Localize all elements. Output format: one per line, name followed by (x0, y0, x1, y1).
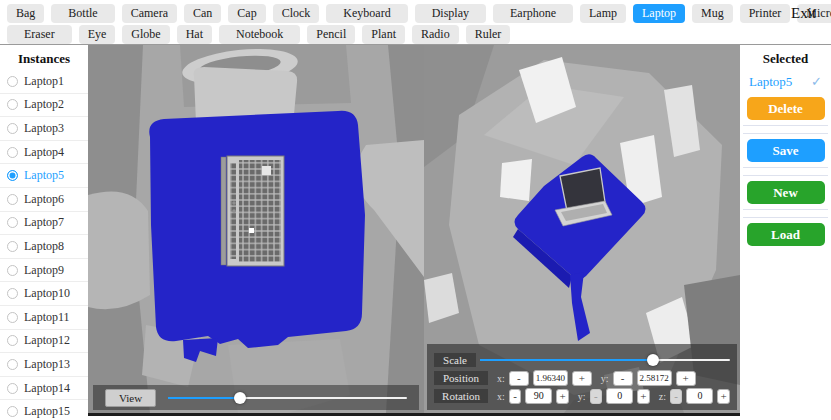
instance-laptop5[interactable]: Laptop5 (0, 164, 88, 188)
category-clock[interactable]: Clock (273, 4, 320, 23)
position-y-minus-button[interactable]: - (613, 371, 633, 386)
instances-panel: Instances Laptop1 Laptop2 Laptop3 Laptop… (0, 45, 88, 420)
scale-slider-fill (480, 359, 653, 361)
scene-topdown (88, 45, 424, 413)
scale-slider-thumb[interactable] (647, 354, 659, 366)
view-button[interactable]: View (105, 389, 156, 407)
category-bar: Bag Bottle Camera Can Cap Clock Keyboard… (0, 0, 831, 45)
category-printer[interactable]: Printer (740, 4, 791, 23)
position-y-axis-label: y: (601, 373, 609, 384)
category-laptop[interactable]: Laptop (633, 4, 685, 23)
view-bar: View (93, 385, 419, 410)
radio-icon (7, 312, 18, 323)
selected-instance-row[interactable]: Laptop5 ✓ (740, 74, 831, 90)
radio-icon (7, 383, 18, 394)
rotation-z-value[interactable]: 0 (686, 388, 713, 404)
keyboard-model (221, 156, 284, 266)
radio-icon (7, 288, 18, 299)
category-hat[interactable]: Hat (177, 25, 212, 44)
category-ruler[interactable]: Ruler (466, 25, 511, 44)
category-bag[interactable]: Bag (7, 4, 44, 23)
selected-title: Selected (740, 45, 831, 70)
radio-icon (7, 217, 18, 228)
category-display[interactable]: Display (415, 4, 486, 23)
instance-laptop9[interactable]: Laptop9 (0, 259, 88, 283)
scale-slider[interactable] (480, 354, 730, 367)
transform-controls-panel: Scale Position x: - 1.96340 + y: - 2.581… (427, 344, 737, 410)
instance-laptop6[interactable]: Laptop6 (0, 188, 88, 212)
rotation-x-minus-button[interactable]: - (509, 389, 522, 404)
category-row-2: Eraser Eye Globe Hat Notebook Pencil Pla… (7, 25, 510, 44)
view-slider-fill (168, 397, 240, 399)
delete-button[interactable]: Delete (747, 97, 825, 120)
divider (743, 125, 828, 134)
category-camera[interactable]: Camera (122, 4, 177, 23)
category-eraser[interactable]: Eraser (7, 25, 72, 44)
instance-laptop10[interactable]: Laptop10 (0, 282, 88, 306)
new-button[interactable]: New (747, 181, 825, 204)
rotation-z-minus-button[interactable]: - (670, 389, 683, 404)
category-plant[interactable]: Plant (362, 25, 405, 44)
rotation-z-plus-button[interactable]: + (717, 389, 730, 404)
position-row: Position x: - 1.96340 + y: - 2.58172 + (434, 370, 730, 386)
radio-icon (7, 265, 18, 276)
instance-laptop4[interactable]: Laptop4 (0, 141, 88, 165)
rotation-x-plus-button[interactable]: + (556, 389, 569, 404)
instance-laptop12[interactable]: Laptop12 (0, 330, 88, 354)
category-pencil[interactable]: Pencil (307, 25, 355, 44)
divider (743, 167, 828, 176)
rotation-x-value[interactable]: 90 (525, 388, 552, 404)
load-button[interactable]: Load (747, 223, 825, 246)
instance-laptop8[interactable]: Laptop8 (0, 235, 88, 259)
category-keyboard[interactable]: Keyboard (326, 4, 407, 23)
viewport-perspective-3d-canvas[interactable]: Scale Position x: - 1.96340 + y: - 2.581… (424, 45, 740, 416)
instance-laptop1[interactable]: Laptop1 (0, 70, 88, 94)
instance-laptop2[interactable]: Laptop2 (0, 94, 88, 118)
selected-panel: Selected Laptop5 ✓ Delete Save New Load (740, 45, 831, 420)
instance-laptop3[interactable]: Laptop3 (0, 117, 88, 141)
scan-left-arm (88, 191, 150, 309)
rotation-y-minus-button[interactable]: - (590, 389, 603, 404)
category-lamp[interactable]: Lamp (580, 4, 626, 23)
position-x-minus-button[interactable]: - (509, 371, 529, 386)
radio-icon (7, 147, 18, 158)
category-earphone[interactable]: Earphone (493, 4, 573, 23)
instance-laptop14[interactable]: Laptop14 (0, 377, 88, 401)
view-slider[interactable] (168, 391, 407, 404)
rotation-label: Rotation (434, 389, 488, 403)
radio-icon (7, 194, 18, 205)
rotation-z-axis-label: z: (659, 391, 666, 402)
category-row-1: Bag Bottle Camera Can Cap Clock Keyboard… (7, 4, 831, 23)
instance-laptop15[interactable]: Laptop15 (0, 400, 88, 420)
category-bottle[interactable]: Bottle (51, 4, 114, 23)
rotation-y-value[interactable]: 0 (606, 388, 633, 404)
category-globe[interactable]: Globe (122, 25, 169, 44)
rotation-y-plus-button[interactable]: + (637, 389, 650, 404)
category-can[interactable]: Can (184, 4, 221, 23)
position-x-value[interactable]: 1.96340 (533, 370, 568, 386)
rotation-row: Rotation x: - 90 + y: - 0 + z: - 0 + (434, 388, 730, 404)
radio-icon (7, 406, 18, 417)
view-slider-thumb[interactable] (234, 392, 246, 404)
scale-label: Scale (434, 353, 476, 367)
instance-laptop13[interactable]: Laptop13 (0, 353, 88, 377)
category-mug[interactable]: Mug (692, 4, 733, 23)
position-label: Position (434, 371, 488, 385)
viewport-topdown-3d-canvas[interactable]: View (88, 45, 424, 416)
exit-button[interactable]: Exit (791, 5, 816, 22)
category-notebook[interactable]: Notebook (219, 25, 300, 44)
instances-title: Instances (0, 45, 88, 70)
instance-laptop7[interactable]: Laptop7 (0, 212, 88, 236)
radio-icon (7, 99, 18, 110)
position-y-value[interactable]: 2.58172 (637, 370, 672, 386)
instance-laptop11[interactable]: Laptop11 (0, 306, 88, 330)
position-x-axis-label: x: (497, 373, 505, 384)
radio-icon (7, 123, 18, 134)
category-radio[interactable]: Radio (412, 25, 459, 44)
category-cap[interactable]: Cap (228, 4, 265, 23)
position-x-plus-button[interactable]: + (572, 371, 592, 386)
category-eye[interactable]: Eye (79, 25, 116, 44)
position-y-plus-button[interactable]: + (676, 371, 696, 386)
save-button[interactable]: Save (747, 139, 825, 162)
radio-icon-selected (7, 170, 18, 181)
